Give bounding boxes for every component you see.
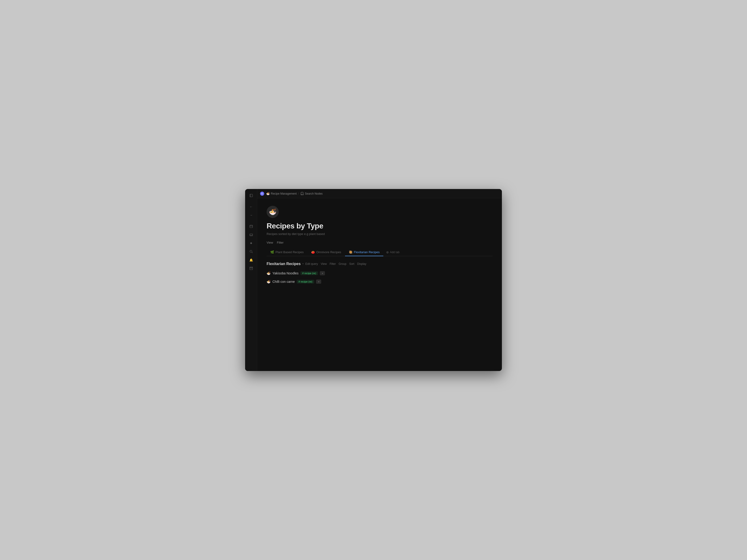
app-logo: C xyxy=(260,192,264,196)
svg-point-7 xyxy=(250,250,252,252)
plant-based-emoji: 🌿 xyxy=(270,250,274,254)
add-tab-icon: ⊕ xyxy=(386,250,389,254)
display-button[interactable]: Display xyxy=(357,262,366,266)
svg-rect-9 xyxy=(250,268,253,270)
recipe-menu-button-2[interactable]: ▾ xyxy=(316,279,321,284)
topbar: C 🍜 Recipe Management / 🎧 Search Nodes xyxy=(257,189,502,198)
page-title: Recipes by Type xyxy=(266,222,493,230)
recipe-menu-button-1[interactable]: ▾ xyxy=(320,271,325,275)
tabs-bar: 🌿 Plant Based Recipes 🍅 Omnivore Recipes… xyxy=(266,248,493,256)
section-actions: Edit query View Filter Group Sort Displa… xyxy=(305,262,366,266)
search-nodes-emoji: 🎧 xyxy=(300,192,304,195)
svg-line-8 xyxy=(252,252,253,253)
recipe-management-emoji: 🍜 xyxy=(266,192,270,195)
breadcrumb-separator: / xyxy=(298,192,299,195)
recipe-tag-1: # recipe (re) xyxy=(301,271,318,275)
svg-rect-0 xyxy=(250,194,253,197)
tab-omnivore[interactable]: 🍅 Omnivore Recipes xyxy=(307,248,345,256)
page-content: 🍜 Recipes by Type Recipes sorted by diet… xyxy=(257,198,502,371)
archive-icon[interactable] xyxy=(248,265,255,272)
tab-flexitarian[interactable]: 🥘 Flexitarian Recipes xyxy=(345,248,384,256)
group-button[interactable]: Group xyxy=(339,262,346,266)
breadcrumb-search-nodes[interactable]: 🎧 Search Nodes xyxy=(300,192,323,195)
edit-query-button[interactable]: Edit query xyxy=(305,262,318,266)
ai-icon[interactable]: ✦ xyxy=(248,239,255,247)
recipe-bowl-icon-2: 🍜 xyxy=(266,280,271,284)
toolbar: View Filter xyxy=(266,240,493,245)
filter-button[interactable]: Filter xyxy=(277,240,284,245)
section-header: Flexitarian Recipes • Edit query View Fi… xyxy=(266,262,493,266)
back-icon[interactable]: ← xyxy=(248,203,255,211)
breadcrumb: 🍜 Recipe Management / 🎧 Search Nodes xyxy=(266,192,323,195)
svg-rect-2 xyxy=(250,225,253,228)
svg-rect-10 xyxy=(250,267,253,268)
calendar-icon[interactable] xyxy=(248,222,255,230)
sidebar: ← → ✦ 🔔 xyxy=(245,189,257,371)
recipe-list: 🍜 Yakisoba Noodles # recipe (re) ▾ 🍜 Chi… xyxy=(266,270,493,285)
recipe-item[interactable]: 🍜 Chilli con carne # recipe (re) ▾ xyxy=(266,278,493,285)
omnivore-emoji: 🍅 xyxy=(311,250,315,254)
filter-action-button[interactable]: Filter xyxy=(330,262,336,266)
section-title: Flexitarian Recipes xyxy=(266,262,301,266)
page-icon: 🍜 xyxy=(266,206,279,218)
flexitarian-emoji: 🥘 xyxy=(349,250,353,254)
recipe-name-2: Chilli con carne xyxy=(273,280,295,284)
tab-plant-based[interactable]: 🌿 Plant Based Recipes xyxy=(266,248,307,256)
breadcrumb-recipe-management[interactable]: 🍜 Recipe Management xyxy=(266,192,297,195)
add-tab-button[interactable]: ⊕ Add tab xyxy=(383,248,402,256)
notifications-icon[interactable]: 🔔 xyxy=(248,256,255,264)
view-action-button[interactable]: View xyxy=(321,262,327,266)
recipe-name-1: Yakisoba Noodles xyxy=(273,271,299,275)
app-window: ← → ✦ 🔔 xyxy=(245,189,502,371)
recipe-bowl-icon-1: 🍜 xyxy=(266,271,271,275)
page-description: Recipes sorted by diet type e.g plant ba… xyxy=(266,232,493,236)
section-dot: • xyxy=(303,262,304,266)
forward-icon[interactable]: → xyxy=(248,211,255,219)
search-icon[interactable] xyxy=(248,248,255,255)
sort-button[interactable]: Sort xyxy=(349,262,354,266)
view-button[interactable]: View xyxy=(266,240,273,245)
inbox-icon[interactable] xyxy=(248,231,255,238)
recipe-item[interactable]: 🍜 Yakisoba Noodles # recipe (re) ▾ xyxy=(266,270,493,277)
recipe-tag-2: # recipe (re) xyxy=(297,280,314,284)
sidebar-toggle-icon[interactable] xyxy=(248,192,255,199)
main-content: C 🍜 Recipe Management / 🎧 Search Nodes 🍜… xyxy=(257,189,502,371)
